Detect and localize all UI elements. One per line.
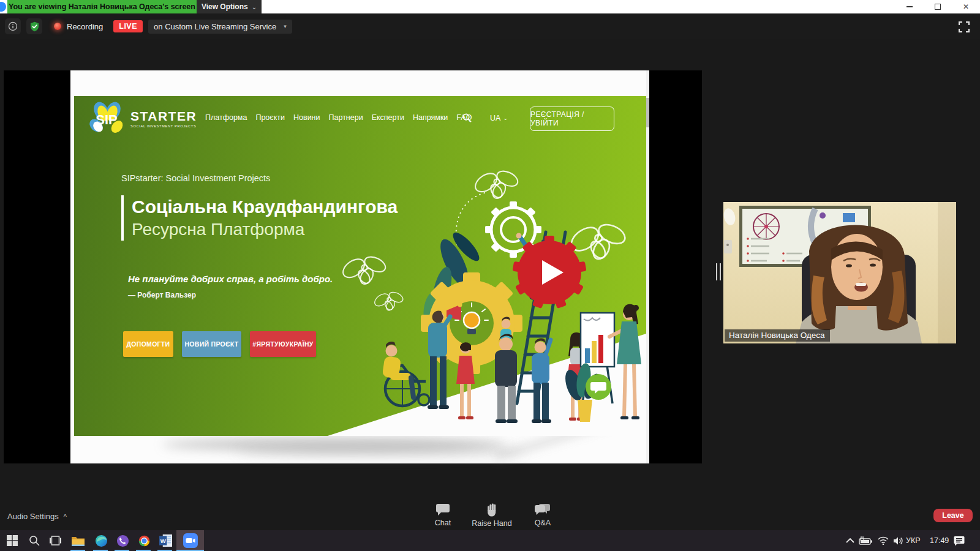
site-hero: SIP STARTER SOCIAL INVESTMENT PROJECTS П… bbox=[74, 96, 646, 436]
leave-button[interactable]: Leave bbox=[933, 509, 973, 522]
save-ukraine-button: #ЯРЯТУЮУКРАЇНУ bbox=[250, 331, 316, 357]
qa-icon bbox=[535, 503, 551, 516]
volume-icon bbox=[893, 536, 904, 545]
raise-hand-button[interactable]: Raise Hand bbox=[462, 503, 521, 528]
battery-status[interactable] bbox=[857, 530, 875, 551]
new-project-button: НОВИЙ ПРОЄКТ bbox=[182, 331, 241, 357]
nav-news: Новини bbox=[293, 113, 320, 122]
hero-headline: Соціальна Краудфандингова Ресурсна Платф… bbox=[121, 195, 398, 241]
hero-kicker: SIPstarter: Social Investment Projects bbox=[121, 173, 270, 183]
panel-drag-handle[interactable] bbox=[716, 263, 722, 280]
minimize-button[interactable] bbox=[895, 0, 924, 13]
edge-button[interactable] bbox=[90, 530, 112, 551]
action-center-icon bbox=[954, 536, 965, 546]
tray-expand-button[interactable] bbox=[842, 530, 859, 551]
live-badge: LIVE bbox=[113, 20, 143, 32]
butterfly-icon bbox=[372, 290, 404, 312]
nav-experts: Експерти bbox=[372, 113, 404, 122]
task-view-button[interactable] bbox=[44, 530, 66, 551]
audio-settings-button[interactable]: Audio Settings ^ bbox=[7, 512, 67, 521]
hero-quote: Не плануйте добрих справ, а робіть добро… bbox=[128, 274, 333, 284]
chat-bubble-badge bbox=[586, 374, 611, 400]
tray-chevron-icon bbox=[846, 538, 854, 543]
window-titlebar: You are viewing Наталія Новицька Одеса's… bbox=[0, 0, 980, 13]
qa-button[interactable]: Q&A bbox=[513, 503, 572, 527]
raise-hand-label: Raise Hand bbox=[472, 519, 511, 528]
clock[interactable]: 17:49 bbox=[930, 530, 949, 551]
shared-webpage: SIP STARTER SOCIAL INVESTMENT PROJECTS П… bbox=[70, 70, 649, 463]
help-button: ДОПОМОГТИ bbox=[123, 331, 173, 357]
streaming-service-dropdown[interactable]: on Custom Live Streaming Service ▾ bbox=[148, 20, 292, 34]
language-indicator[interactable]: УКР bbox=[906, 530, 921, 551]
fullscreen-button[interactable] bbox=[958, 21, 970, 33]
volume-status[interactable] bbox=[889, 530, 908, 551]
drag-handle-icon bbox=[720, 263, 721, 280]
headline-line2: Ресурсна Платформа bbox=[132, 219, 398, 241]
taskbar-search-button[interactable] bbox=[23, 530, 45, 551]
chevron-down-icon: ▾ bbox=[284, 23, 287, 29]
encryption-shield-button[interactable] bbox=[26, 18, 42, 34]
zoom-app-button[interactable] bbox=[176, 530, 204, 551]
logo-sip-text: SIP bbox=[96, 112, 117, 127]
windows-taskbar: W bbox=[0, 530, 980, 551]
site-nav: Платформа Проєкти Новини Партнери Експер… bbox=[205, 113, 472, 122]
restore-button[interactable] bbox=[924, 0, 952, 13]
nav-projects: Проєкти bbox=[255, 113, 285, 122]
search-icon bbox=[462, 113, 472, 122]
svg-text:W: W bbox=[160, 538, 165, 544]
battery-icon bbox=[859, 536, 873, 545]
logo-starter-text: STARTER bbox=[130, 110, 197, 123]
chrome-icon bbox=[138, 534, 151, 547]
audio-settings-label: Audio Settings bbox=[7, 512, 59, 521]
view-options-button[interactable]: View Options ⌄ bbox=[197, 0, 262, 13]
file-explorer-button[interactable] bbox=[67, 530, 89, 551]
word-button[interactable]: W bbox=[154, 530, 176, 551]
meeting-info-button[interactable] bbox=[5, 18, 21, 34]
chat-icon bbox=[435, 503, 450, 516]
view-options-label: View Options bbox=[202, 2, 248, 11]
chevron-down-icon: ⌄ bbox=[503, 115, 508, 121]
scrollbar-thumb[interactable] bbox=[646, 98, 649, 127]
search-icon bbox=[29, 535, 40, 546]
shield-icon bbox=[29, 21, 40, 32]
butterfly-icon bbox=[340, 254, 388, 287]
viewing-screen-banner: You are viewing Наталія Новицька Одеса's… bbox=[7, 0, 197, 13]
meeting-toolbar: Recording LIVE on Custom Live Streaming … bbox=[0, 13, 980, 39]
hero-buttons: ДОПОМОГТИ НОВИЙ ПРОЄКТ #ЯРЯТУЮУКРАЇНУ bbox=[123, 331, 316, 357]
hero-quote-author: — Роберт Вальзер bbox=[128, 291, 196, 299]
page-scrollbar[interactable] bbox=[646, 70, 649, 463]
action-center-button[interactable] bbox=[949, 530, 969, 551]
participant-name-label: Наталія Новицька Одеса bbox=[725, 329, 830, 342]
logo-tagline: SOCIAL INVESTMENT PROJECTS bbox=[130, 124, 197, 128]
zoom-app-icon bbox=[183, 533, 198, 548]
zoom-meeting-window: You are viewing Наталія Новицька Одеса's… bbox=[0, 0, 980, 551]
edge-icon bbox=[95, 534, 108, 547]
file-explorer-icon bbox=[72, 536, 85, 546]
viber-button[interactable] bbox=[111, 530, 134, 551]
wheelchair-person bbox=[382, 342, 429, 406]
close-button[interactable]: ✕ bbox=[952, 0, 980, 13]
task-view-icon bbox=[50, 536, 61, 545]
butterfly-icon bbox=[472, 168, 520, 201]
language-current: UA bbox=[490, 114, 500, 122]
close-icon: ✕ bbox=[963, 3, 969, 10]
qa-label: Q&A bbox=[535, 519, 551, 527]
man-blue-shirt bbox=[532, 339, 551, 423]
participant-video-frame bbox=[723, 202, 956, 343]
nav-platform: Платформа bbox=[205, 113, 247, 122]
participant-video-tile[interactable]: Наталія Новицька Одеса bbox=[723, 202, 956, 343]
restore-icon bbox=[935, 4, 941, 10]
chevron-down-icon: ⌄ bbox=[252, 4, 257, 10]
chrome-button[interactable] bbox=[133, 530, 155, 551]
viber-icon bbox=[116, 534, 129, 547]
fullscreen-icon bbox=[958, 21, 970, 33]
raise-hand-icon bbox=[485, 503, 499, 517]
streaming-service-label: on Custom Live Streaming Service bbox=[154, 22, 276, 31]
wifi-icon bbox=[878, 536, 889, 545]
start-button[interactable] bbox=[1, 530, 23, 551]
nav-partners: Партнери bbox=[329, 113, 363, 122]
chat-label: Chat bbox=[435, 519, 451, 527]
zoom-app-dot-icon bbox=[0, 2, 6, 12]
recording-dot-icon bbox=[54, 23, 61, 30]
recording-status: Recording bbox=[67, 22, 103, 31]
